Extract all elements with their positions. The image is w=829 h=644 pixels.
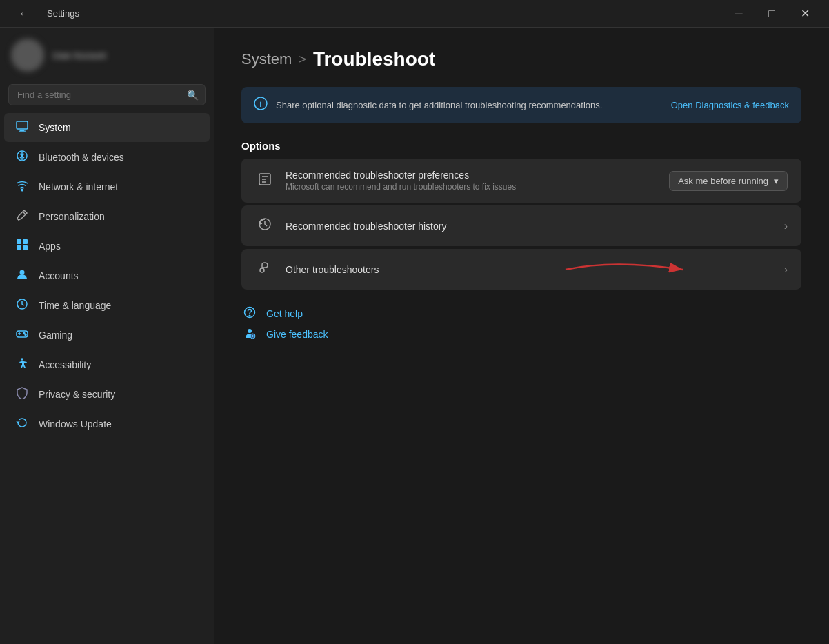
titlebar-left: ← Settings: [8, 3, 79, 25]
prefs-dropdown[interactable]: Ask me before running ▾: [669, 171, 788, 191]
breadcrumb-separator: >: [299, 52, 306, 67]
give-feedback-label: Give feedback: [266, 329, 328, 340]
sidebar-item-label-apps: Apps: [39, 241, 61, 252]
svg-point-4: [21, 189, 23, 190]
gaming-icon: [15, 328, 29, 343]
history-title: Recommended troubleshooter history: [286, 221, 773, 232]
breadcrumb-parent[interactable]: System: [241, 50, 292, 68]
maximize-button[interactable]: □: [756, 3, 788, 25]
sidebar-item-label-privacy: Privacy & security: [39, 389, 115, 400]
minimize-icon: ─: [735, 8, 742, 20]
give-feedback-icon: [241, 327, 258, 342]
sidebar-item-accounts[interactable]: Accounts: [4, 261, 210, 290]
sidebar-item-network[interactable]: Network & internet: [4, 172, 210, 201]
sidebar-item-label-accounts: Accounts: [39, 270, 79, 281]
accounts-icon: [15, 268, 29, 283]
sidebar-item-label-network: Network & internet: [39, 181, 118, 192]
breadcrumb: System > Troubleshoot: [241, 48, 801, 70]
sidebar-item-label-time: Time & language: [39, 300, 111, 311]
banner-text: Share optional diagnostic data to get ad…: [276, 100, 602, 110]
accessibility-icon: [15, 357, 29, 372]
svg-point-19: [260, 268, 264, 272]
section-title: Options: [241, 140, 801, 152]
info-icon: i: [254, 97, 268, 114]
sidebar-nav: System Bluetooth & devices: [0, 112, 214, 439]
sidebar-item-label-accessibility: Accessibility: [39, 359, 91, 370]
svg-point-12: [23, 333, 25, 334]
history-text: Recommended troubleshooter history: [286, 221, 773, 232]
back-button[interactable]: ←: [8, 3, 40, 25]
sidebar-item-update[interactable]: Windows Update: [4, 410, 210, 439]
titlebar: ← Settings ─ □ ✕: [0, 0, 829, 28]
options-list: Recommended troubleshooter preferences M…: [241, 159, 801, 290]
window-controls: ─ □ ✕: [723, 3, 821, 25]
maximize-icon: □: [768, 8, 775, 20]
user-name: User Account: [52, 50, 106, 61]
get-help-link[interactable]: Get help: [241, 306, 801, 321]
history-control: ›: [784, 220, 788, 232]
sidebar-item-gaming[interactable]: Gaming: [4, 321, 210, 350]
privacy-icon: [15, 387, 29, 402]
open-diagnostics-link[interactable]: Open Diagnostics & feedback: [671, 100, 789, 110]
info-banner-left: i Share optional diagnostic data to get …: [254, 97, 602, 114]
main-content: System > Troubleshoot i Share optional d…: [214, 28, 829, 644]
dropdown-chevron-icon: ▾: [774, 176, 779, 186]
prefs-subtitle: Microsoft can recommend and run troubles…: [286, 182, 658, 192]
svg-rect-8: [23, 245, 28, 250]
sidebar-item-system[interactable]: System: [4, 113, 210, 142]
dropdown-label: Ask me before running: [678, 176, 768, 186]
info-banner: i Share optional diagnostic data to get …: [241, 87, 801, 123]
sidebar-item-label-update: Windows Update: [39, 419, 112, 430]
sidebar: User Account 🔍 System: [0, 28, 214, 644]
option-recommended-history[interactable]: Recommended troubleshooter history ›: [241, 205, 801, 246]
network-icon: [15, 179, 29, 194]
prefs-title: Recommended troubleshooter preferences: [286, 170, 658, 181]
sidebar-item-bluetooth[interactable]: Bluetooth & devices: [4, 143, 210, 172]
sidebar-item-label-system: System: [39, 122, 71, 133]
user-profile: User Account: [0, 28, 214, 80]
svg-rect-0: [17, 121, 28, 129]
close-button[interactable]: ✕: [789, 3, 821, 25]
svg-rect-7: [17, 245, 21, 250]
other-chevron-icon: ›: [784, 263, 788, 276]
svg-text:i: i: [259, 99, 262, 109]
other-text: Other troubleshooters: [286, 264, 773, 275]
apps-icon: [15, 239, 29, 254]
sidebar-item-accessibility[interactable]: Accessibility: [4, 350, 210, 379]
time-icon: [15, 298, 29, 313]
bluetooth-icon: [15, 150, 29, 165]
svg-rect-6: [23, 239, 28, 244]
svg-point-13: [25, 334, 26, 336]
update-icon: [15, 416, 29, 432]
sidebar-item-privacy[interactable]: Privacy & security: [4, 380, 210, 409]
search-input[interactable]: [8, 84, 206, 105]
history-chevron-icon: ›: [784, 220, 788, 232]
svg-point-23: [248, 329, 252, 333]
sidebar-item-label-bluetooth: Bluetooth & devices: [39, 152, 124, 163]
app-container: User Account 🔍 System: [0, 28, 829, 644]
give-feedback-link[interactable]: Give feedback: [241, 327, 801, 342]
personalization-icon: [15, 209, 29, 224]
prefs-control: Ask me before running ▾: [669, 171, 788, 191]
other-icon: [255, 260, 274, 279]
svg-rect-5: [17, 239, 21, 244]
sidebar-item-apps[interactable]: Apps: [4, 232, 210, 261]
get-help-icon: [241, 306, 258, 321]
search-icon: 🔍: [187, 90, 199, 101]
option-recommended-prefs[interactable]: Recommended troubleshooter preferences M…: [241, 159, 801, 203]
search-box: 🔍: [8, 84, 206, 105]
sidebar-item-label-gaming: Gaming: [39, 330, 72, 341]
sidebar-item-time[interactable]: Time & language: [4, 291, 210, 320]
get-help-label: Get help: [266, 308, 303, 319]
breadcrumb-current: Troubleshoot: [313, 48, 435, 70]
sidebar-item-personalization[interactable]: Personalization: [4, 202, 210, 231]
option-other-troubleshooters[interactable]: Other troubleshooters ›: [241, 249, 801, 290]
prefs-icon: [255, 172, 274, 190]
app-title: Settings: [47, 8, 79, 19]
close-icon: ✕: [801, 7, 810, 20]
sidebar-item-label-personalization: Personalization: [39, 211, 105, 222]
other-control: ›: [784, 263, 788, 276]
other-title: Other troubleshooters: [286, 264, 773, 275]
system-icon: [15, 120, 29, 135]
minimize-button[interactable]: ─: [723, 3, 755, 25]
